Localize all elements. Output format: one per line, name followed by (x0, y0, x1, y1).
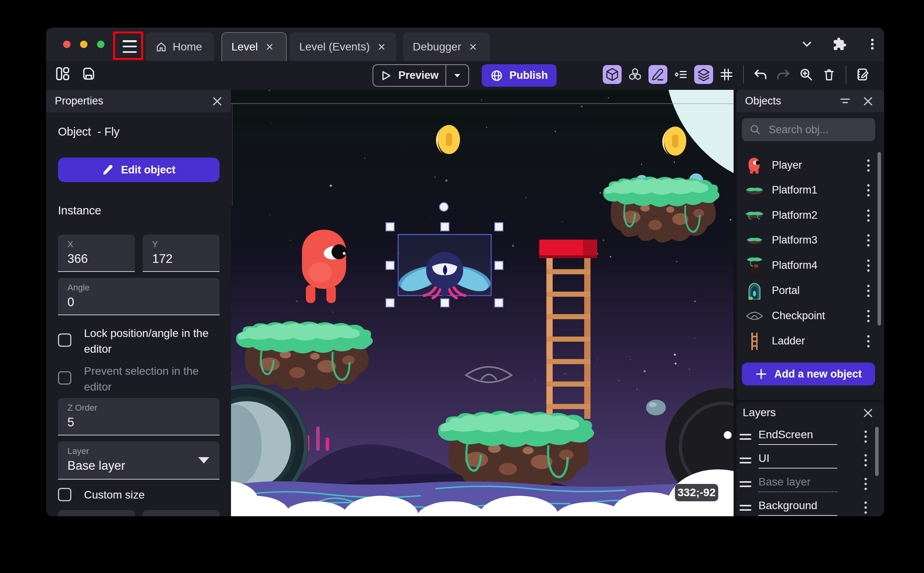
rotate-handle[interactable] (440, 203, 448, 211)
x-field-label: X (67, 239, 73, 249)
platform4-thumbnail-icon (745, 256, 764, 275)
close-tab-icon[interactable] (469, 43, 477, 51)
z-order-field[interactable]: Z Order 5 (58, 398, 220, 435)
drag-handle-icon[interactable] (740, 458, 751, 463)
publish-button[interactable]: Publish (482, 64, 557, 87)
close-window-button[interactable] (63, 41, 71, 48)
tab-debugger[interactable]: Debugger (403, 32, 490, 61)
y-field[interactable]: Y 172 (143, 234, 220, 272)
redo-button[interactable] (774, 65, 793, 84)
object-menu-button[interactable] (862, 283, 875, 299)
object-search-input[interactable] (768, 123, 859, 136)
objects-panel-title: Objects (745, 95, 781, 107)
extensions-icon[interactable] (833, 37, 847, 51)
layer-row-endscreen[interactable]: EndScreen (736, 425, 872, 448)
layer-name[interactable]: Base layer (758, 476, 837, 492)
drag-handle-icon[interactable] (740, 481, 751, 487)
object-row-portal[interactable]: Portal (736, 278, 875, 303)
layer-name[interactable]: Background (758, 499, 837, 516)
objects-scrollbar[interactable] (877, 152, 881, 326)
objects-panel-toggle[interactable] (603, 65, 622, 84)
custom-size-checkbox[interactable] (58, 488, 71, 501)
custom-size-label: Custom size (84, 487, 210, 503)
tab-home[interactable]: Home (146, 32, 214, 61)
layer-select[interactable]: Layer Base layer (58, 441, 220, 480)
drag-handle-icon[interactable] (740, 434, 751, 440)
add-object-label: Add a new object (774, 368, 862, 380)
tab-level-events[interactable]: Level (Events) (290, 32, 396, 61)
object-row-platform1[interactable]: Platform1 (736, 178, 875, 203)
object-row-platform3[interactable]: Platform3 (736, 228, 875, 253)
drag-handle-icon[interactable] (740, 505, 751, 511)
object-row-platform2[interactable]: Platform2 (736, 203, 875, 228)
tab-level[interactable]: Level (222, 32, 287, 61)
add-object-button[interactable]: Add a new object (742, 363, 875, 385)
layer-menu-button[interactable] (859, 452, 872, 468)
undo-button[interactable] (751, 65, 770, 84)
object-menu-button[interactable] (862, 333, 875, 349)
close-panel-icon[interactable] (863, 408, 873, 418)
preview-options-button[interactable] (445, 65, 468, 86)
edit-scene-properties-button[interactable] (853, 65, 872, 84)
object-row-platform4[interactable]: Platform4 (736, 253, 875, 278)
lock-position-checkbox[interactable] (58, 333, 71, 347)
panels-layout-button[interactable] (55, 66, 71, 82)
minimize-window-button[interactable] (80, 41, 88, 48)
delete-button[interactable] (820, 65, 838, 84)
preview-button[interactable]: Preview (373, 64, 469, 87)
layer-select-value: Base layer (67, 459, 125, 473)
annotation-highlight-box (113, 32, 143, 60)
object-menu-button[interactable] (862, 308, 875, 324)
close-tab-icon[interactable] (378, 43, 386, 51)
object-search-box[interactable] (742, 118, 875, 141)
layer-row-ui[interactable]: UI (736, 449, 872, 472)
layer-name[interactable]: EndScreen (758, 428, 837, 445)
object-menu-button[interactable] (862, 233, 875, 248)
x-field[interactable]: X 366 (58, 234, 135, 272)
close-panel-icon[interactable] (212, 96, 222, 106)
properties-panel-toggle[interactable] (648, 65, 667, 84)
zoom-button[interactable] (797, 65, 816, 84)
layer-row-background[interactable]: Background (736, 496, 872, 516)
layer-menu-button[interactable] (859, 429, 872, 445)
angle-field[interactable]: Angle 0 (58, 278, 220, 315)
layers-scrollbar[interactable] (875, 427, 879, 476)
object-groups-button[interactable] (626, 65, 645, 84)
layer-menu-button[interactable] (859, 476, 872, 492)
kebab-menu-icon[interactable] (865, 37, 879, 51)
layer-row-base-layer[interactable]: Base layer (736, 473, 872, 495)
object-row-checkpoint[interactable]: Checkpoint (736, 303, 875, 328)
object-menu-button[interactable] (862, 158, 875, 173)
instances-list-button[interactable] (671, 65, 690, 84)
z-order-value: 5 (67, 415, 74, 430)
close-panel-icon[interactable] (863, 96, 873, 106)
trash-icon (822, 67, 836, 82)
scene-svg (231, 90, 734, 516)
edit-object-button[interactable]: Edit object (58, 158, 220, 182)
object-menu-button[interactable] (862, 258, 875, 273)
save-button[interactable] (81, 66, 97, 82)
object-menu-button[interactable] (862, 182, 875, 198)
layers-panel-toggle[interactable] (694, 65, 713, 84)
prevent-selection-checkbox[interactable] (58, 371, 71, 385)
x-field-value: 366 (67, 252, 88, 266)
zoom-window-button[interactable] (97, 41, 104, 48)
tab-label: Level (Events) (299, 41, 370, 53)
cubes-icon (628, 67, 642, 82)
close-tab-icon[interactable] (266, 43, 274, 51)
hamburger-menu-icon[interactable] (123, 40, 137, 53)
layer-menu-button[interactable] (859, 500, 872, 515)
object-menu-button[interactable] (862, 208, 875, 223)
height-field-partial[interactable] (143, 510, 220, 516)
caret-down-icon (452, 71, 462, 81)
width-field-partial[interactable] (58, 510, 135, 516)
chevron-down-icon[interactable] (800, 37, 814, 51)
grid-toggle-button[interactable] (717, 65, 736, 84)
filter-icon[interactable] (840, 97, 850, 106)
main-content: Properties Object - Fly Edit object Inst… (46, 90, 884, 516)
object-row-player[interactable]: Player (736, 153, 875, 178)
layer-name[interactable]: UI (758, 452, 837, 469)
scene-top-guide-line (231, 103, 734, 104)
object-row-ladder[interactable]: Ladder (736, 329, 875, 353)
scene-canvas[interactable]: 332;-92 (231, 90, 734, 516)
